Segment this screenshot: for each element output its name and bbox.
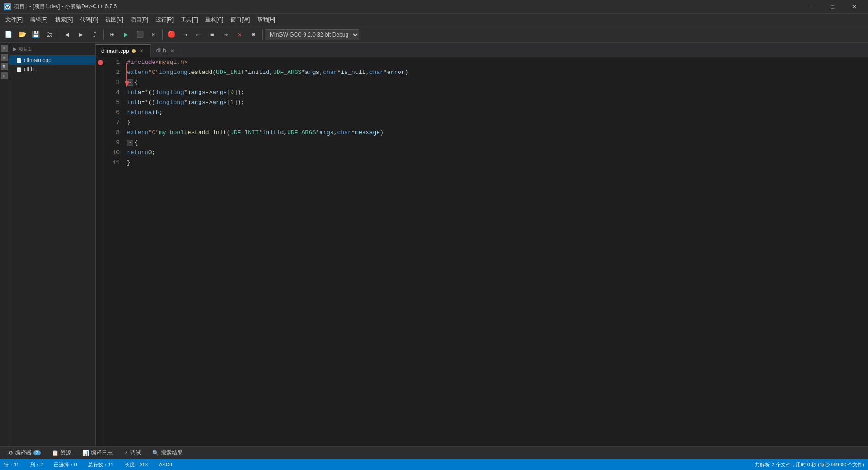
code-line-3: -{ bbox=[127, 78, 868, 88]
bottom-tab-icon: 📊 bbox=[82, 450, 89, 456]
tab-dllmain-cpp[interactable]: dllmain.cpp✕ bbox=[96, 44, 151, 57]
bp-line-6 bbox=[96, 108, 105, 118]
menu-item-编辑E[interactable]: 编辑[E] bbox=[26, 14, 52, 26]
tab-label: dllmain.cpp bbox=[101, 48, 129, 54]
bottom-tab-icon: 📋 bbox=[52, 450, 58, 456]
tabs-bar: dllmain.cpp✕dll.h✕ bbox=[96, 43, 868, 57]
run-button[interactable]: ▶ bbox=[120, 28, 132, 41]
tab-dll-h[interactable]: dll.h✕ bbox=[151, 44, 181, 57]
bookmark-button[interactable]: ⇒ bbox=[220, 28, 232, 41]
sidebar-icon-2[interactable]: ⊞ bbox=[1, 54, 8, 61]
extra-button[interactable]: ⊕ bbox=[247, 28, 260, 41]
grid-button[interactable]: ⊞ bbox=[106, 28, 119, 41]
separator-2 bbox=[103, 30, 104, 40]
breakpoint-dot bbox=[98, 60, 103, 65]
tab-close-button[interactable]: ✕ bbox=[138, 48, 145, 54]
tab-close-button[interactable]: ✕ bbox=[169, 47, 175, 54]
fold-indicator[interactable]: - bbox=[127, 79, 133, 86]
modified-indicator bbox=[132, 49, 136, 53]
menu-item-工具T[interactable]: 工具[T] bbox=[177, 14, 202, 26]
tree-file-dllmain-cpp[interactable]: 📄dllmain.cpp bbox=[9, 56, 95, 65]
menu-item-项目P[interactable]: 项目[P] bbox=[127, 14, 152, 26]
bottom-tab-资源[interactable]: 📋资源 bbox=[47, 447, 76, 459]
bottom-tab-icon: ⚙ bbox=[8, 450, 13, 456]
maximize-button[interactable]: □ bbox=[822, 0, 843, 14]
code-line-4: int a = *((long long *)args->args[0]); bbox=[127, 88, 868, 98]
separator-1 bbox=[58, 30, 58, 40]
menu-item-视图V[interactable]: 视图[V] bbox=[102, 14, 127, 26]
status-item-4: 长度：313 bbox=[125, 461, 148, 468]
toolbar: 📄 📂 💾 🗂 ◀ ▶ ⤴ ⊞ ▶ ⬛ ⊡ 🔴 ⟶ ⟵ ≡ ⇒ ✕ ⊕ MinG… bbox=[0, 26, 868, 43]
sidebar-icons: ≡ ⊞ 🔍 ⚙ bbox=[0, 43, 9, 446]
menu-item-重构C[interactable]: 重构[C] bbox=[202, 14, 227, 26]
file-icon: 📄 bbox=[16, 58, 22, 63]
status-item-3: 总行数：11 bbox=[88, 461, 114, 468]
bottom-tab-label: 编译日志 bbox=[91, 449, 113, 457]
bottom-tab-搜索结果[interactable]: 🔍搜索结果 bbox=[147, 447, 187, 459]
tree-file-dll-h[interactable]: 📄dll.h bbox=[9, 65, 95, 74]
separator-4 bbox=[262, 30, 263, 40]
parse-status: 共解析 2 个文件，用时 0 秒 (每秒 999.00 个文件) bbox=[755, 461, 864, 468]
menu-item-帮助H[interactable]: 帮助[H] bbox=[253, 14, 279, 26]
save-all-button[interactable]: 🗂 bbox=[43, 28, 56, 41]
window-controls: ─ □ ✕ bbox=[801, 0, 864, 14]
bottom-tab-编译器[interactable]: ⚙编译器2 bbox=[4, 447, 45, 459]
code-line-1: #include <mysql.h> bbox=[127, 57, 868, 68]
main-content: ≡ ⊞ 🔍 ⚙ ▶ 项目1 📄dllmain.cpp📄dll.h dllmain… bbox=[0, 43, 868, 446]
line-number-6: 6 bbox=[105, 108, 120, 118]
save-button[interactable]: 💾 bbox=[29, 28, 42, 41]
unindent-button[interactable]: ⟵ bbox=[192, 28, 205, 41]
new-button[interactable]: 📄 bbox=[2, 28, 15, 41]
open-button[interactable]: 📂 bbox=[16, 28, 28, 41]
run-window-button[interactable]: ⊡ bbox=[147, 28, 160, 41]
project-label: 项目1 bbox=[18, 46, 31, 52]
stop-button[interactable]: ⬛ bbox=[133, 28, 146, 41]
bottom-tab-编译日志[interactable]: 📊编译日志 bbox=[78, 447, 117, 459]
fold-indicator[interactable]: - bbox=[127, 140, 133, 146]
line-number-2: 2 bbox=[105, 68, 120, 78]
indent-button[interactable]: ⟶ bbox=[179, 28, 191, 41]
bottom-tab-label: 搜索结果 bbox=[161, 449, 183, 457]
sidebar-icon-4[interactable]: ⚙ bbox=[1, 72, 8, 79]
code-line-10: return 0; bbox=[127, 148, 868, 158]
statusbar: 行：11列：2已选择：0总行数：11长度：313ASCII共解析 2 个文件，用… bbox=[0, 459, 868, 470]
bp-line-2 bbox=[96, 68, 105, 78]
close-button[interactable]: ✕ bbox=[844, 0, 864, 14]
back-button[interactable]: ◀ bbox=[61, 28, 74, 41]
bottom-tab-badge: 2 bbox=[33, 450, 41, 455]
bottom-tabs-bar: ⚙编译器2📋资源📊编译日志✓调试🔍搜索结果 bbox=[0, 446, 868, 459]
code-line-11: } bbox=[127, 158, 868, 168]
code-line-8: extern "C" my_bool testadd_init(UDF_INIT… bbox=[127, 128, 868, 138]
bp-line-1 bbox=[96, 57, 105, 68]
bottom-tab-调试[interactable]: ✓调试 bbox=[119, 447, 146, 459]
menu-item-文件F[interactable]: 文件[F] bbox=[2, 14, 26, 26]
line-numbers: 1234567891011 bbox=[105, 57, 123, 446]
minimize-button[interactable]: ─ bbox=[801, 0, 821, 14]
menu-item-运行R[interactable]: 运行[R] bbox=[152, 14, 177, 26]
code-line-2: extern "C" long long testadd(UDF_INIT *i… bbox=[127, 68, 868, 78]
bottom-tab-label: 编译器 bbox=[15, 449, 32, 457]
stop2-button[interactable]: ✕ bbox=[233, 28, 246, 41]
menu-item-代码O[interactable]: 代码[O] bbox=[76, 14, 102, 26]
sidebar-icon-3[interactable]: 🔍 bbox=[1, 63, 8, 70]
menubar: 文件[F]编辑[E]搜索[S]代码[O]视图[V]项目[P]运行[R]工具[T]… bbox=[0, 14, 868, 26]
bottom-tab-icon: 🔍 bbox=[152, 450, 159, 456]
menu-item-窗口W[interactable]: 窗口[W] bbox=[227, 14, 253, 26]
line-number-1: 1 bbox=[105, 57, 120, 68]
bottom-tab-icon: ✓ bbox=[124, 450, 128, 456]
bp-line-8 bbox=[96, 128, 105, 138]
debug-button[interactable]: 🔴 bbox=[165, 28, 178, 41]
forward-button[interactable]: ▶ bbox=[74, 28, 87, 41]
code-editor[interactable]: 1234567891011 #include <mysql.h> extern … bbox=[96, 57, 868, 446]
bp-line-11 bbox=[96, 158, 105, 168]
app-title: 项目1 - [项目1.dev] - 小熊猫Dev-C++ 6.7.5 bbox=[14, 3, 801, 10]
navigate-button[interactable]: ⤴ bbox=[88, 28, 101, 41]
sidebar-icon-1[interactable]: ≡ bbox=[1, 45, 8, 52]
status-item-5: ASCII bbox=[159, 462, 172, 467]
menu-item-搜索S[interactable]: 搜索[S] bbox=[52, 14, 77, 26]
compiler-selector[interactable]: MinGW GCC 9.2.0 32-bit Debug bbox=[265, 29, 359, 40]
comment-button[interactable]: ≡ bbox=[206, 28, 219, 41]
file-tree: ▶ 项目1 📄dllmain.cpp📄dll.h bbox=[9, 43, 96, 446]
bp-line-10 bbox=[96, 148, 105, 158]
code-content[interactable]: #include <mysql.h> extern "C" long long … bbox=[123, 57, 868, 446]
